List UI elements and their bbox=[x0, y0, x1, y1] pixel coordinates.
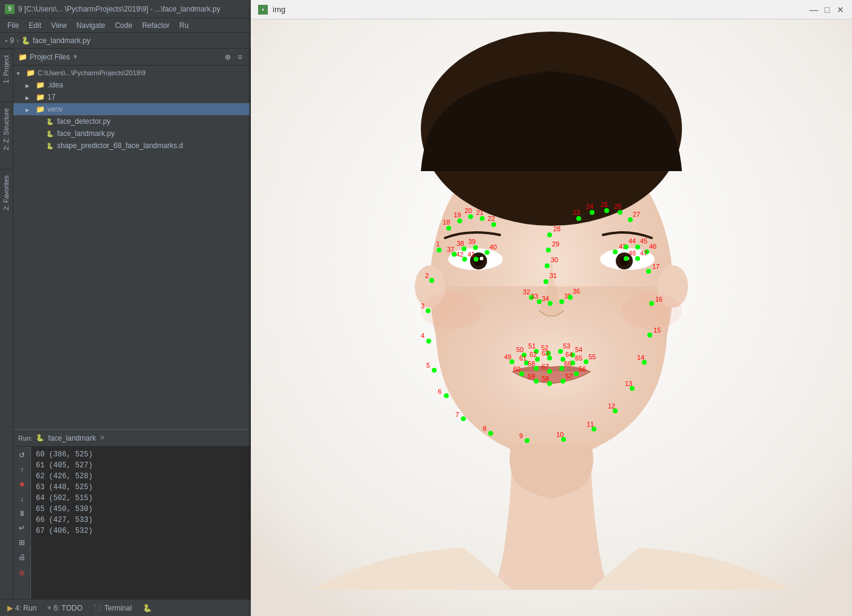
svg-text:22: 22 bbox=[488, 215, 495, 222]
output-line-67: 67 (406, 532) bbox=[36, 526, 245, 536]
output-line-60: 60 (386, 525) bbox=[36, 449, 245, 460]
soft-wrap-btn[interactable]: ↵ bbox=[16, 522, 28, 534]
svg-text:15: 15 bbox=[653, 327, 661, 334]
svg-text:27: 27 bbox=[633, 211, 640, 218]
svg-text:16: 16 bbox=[655, 296, 663, 303]
menu-edit[interactable]: Edit bbox=[24, 20, 46, 31]
menu-view[interactable]: View bbox=[46, 20, 72, 31]
tab-terminal[interactable]: ⬛ Terminal bbox=[89, 601, 137, 615]
sidebar-tab-structure[interactable]: 2: Z: Structure bbox=[0, 101, 13, 157]
svg-text:14: 14 bbox=[637, 354, 644, 361]
img-window: ▪ img — □ ✕ bbox=[251, 0, 852, 616]
tree-face-landmark[interactable]: 🐍 face_landmark.py bbox=[13, 127, 250, 140]
svg-point-53 bbox=[468, 214, 473, 219]
svg-text:44: 44 bbox=[629, 237, 636, 245]
svg-point-55 bbox=[480, 216, 485, 221]
tree-idea[interactable]: 📁 .idea bbox=[13, 79, 250, 91]
svg-text:33: 33 bbox=[531, 293, 538, 300]
svg-text:17: 17 bbox=[652, 263, 659, 270]
svg-text:9: 9 bbox=[519, 432, 523, 439]
svg-point-103 bbox=[635, 245, 640, 249]
svg-text:23: 23 bbox=[573, 209, 580, 216]
python-icon: 🐍 bbox=[143, 604, 152, 612]
scroll-up-btn[interactable]: ↑ bbox=[16, 464, 28, 476]
svg-text:8: 8 bbox=[483, 425, 486, 432]
svg-point-51 bbox=[457, 218, 462, 223]
menu-run[interactable]: Ru bbox=[174, 20, 193, 31]
face-detector-label: face_detector.py bbox=[57, 117, 111, 126]
clear-btn[interactable]: ⊗ bbox=[16, 567, 28, 579]
menu-file[interactable]: File bbox=[2, 20, 24, 31]
svg-text:18: 18 bbox=[443, 218, 450, 226]
svg-text:25: 25 bbox=[601, 201, 608, 208]
svg-text:53: 53 bbox=[563, 342, 570, 350]
svg-point-19 bbox=[426, 308, 431, 313]
pause-btn[interactable]: ⏸ bbox=[16, 507, 28, 520]
svg-text:29: 29 bbox=[552, 240, 559, 248]
img-window-controls: — □ ✕ bbox=[809, 5, 845, 14]
svg-point-145 bbox=[559, 366, 564, 371]
svg-text:11: 11 bbox=[587, 421, 594, 428]
svg-text:48: 48 bbox=[629, 249, 636, 257]
img-window-titlebar: ▪ img — □ ✕ bbox=[251, 0, 852, 19]
menu-refactor[interactable]: Refactor bbox=[137, 20, 174, 31]
add-icon[interactable]: ⊕ bbox=[223, 52, 233, 62]
project-panel-header-left: 📁 Project Files ▼ bbox=[18, 53, 78, 61]
tree-shape-predictor[interactable]: 🐍 shape_predictor_68_face_landmarks.d bbox=[13, 140, 250, 152]
tree-root[interactable]: 📁 C:\Users\...\PycharmProjects\2019\9 bbox=[13, 67, 250, 79]
svg-text:63: 63 bbox=[542, 350, 549, 357]
project-panel: 📁 Project Files ▼ ⊕ ≡ 📁 C:\Users\...\Pyc… bbox=[13, 49, 250, 599]
svg-text:31: 31 bbox=[550, 272, 557, 279]
scroll-down-btn[interactable]: ↓ bbox=[16, 493, 28, 505]
face-svg: 1 2 3 4 5 6 7 8 9 10 bbox=[251, 19, 852, 616]
breadcrumb-9[interactable]: 9 bbox=[10, 36, 14, 45]
run-tab-close[interactable]: ✕ bbox=[100, 434, 105, 442]
svg-text:7: 7 bbox=[455, 411, 459, 418]
tree-venv[interactable]: 📁 venv bbox=[13, 103, 250, 115]
svg-point-15 bbox=[437, 248, 441, 252]
svg-text:55: 55 bbox=[588, 353, 596, 360]
img-window-title: img bbox=[273, 5, 285, 14]
settings-icon[interactable]: ≡ bbox=[235, 52, 245, 62]
print-btn[interactable]: 🖨 bbox=[16, 551, 28, 563]
stop-btn[interactable]: ■ bbox=[16, 478, 28, 490]
svg-text:49: 49 bbox=[504, 353, 511, 360]
run-panel-header: Run: 🐍 face_landmark ✕ bbox=[13, 430, 250, 447]
svg-point-65 bbox=[618, 210, 622, 215]
breadcrumb-file[interactable]: face_landmark.py bbox=[33, 36, 90, 45]
project-panel-header: 📁 Project Files ▼ ⊕ ≡ bbox=[13, 49, 250, 66]
svg-point-27 bbox=[461, 416, 466, 421]
tree-17[interactable]: 📁 17 bbox=[13, 91, 250, 103]
svg-text:13: 13 bbox=[625, 380, 632, 387]
minimize-btn[interactable]: — bbox=[809, 5, 818, 14]
svg-point-127 bbox=[561, 379, 565, 384]
svg-text:28: 28 bbox=[553, 225, 561, 232]
svg-point-14 bbox=[621, 293, 682, 329]
sidebar-tab-favorites[interactable]: 2: Favorites bbox=[0, 169, 13, 216]
run-tab-label[interactable]: face_landmark bbox=[48, 434, 96, 442]
rerun-btn[interactable]: ↺ bbox=[16, 449, 28, 461]
run-output: 60 (386, 525) 61 (405, 527) 62 (426, 528… bbox=[31, 447, 250, 599]
output-line-62: 62 (426, 528) bbox=[36, 471, 245, 482]
svg-text:54: 54 bbox=[575, 346, 582, 353]
svg-text:62: 62 bbox=[530, 351, 537, 358]
svg-point-57 bbox=[491, 222, 496, 227]
menu-code[interactable]: Code bbox=[110, 20, 137, 31]
svg-text:47: 47 bbox=[640, 249, 647, 257]
svg-text:6: 6 bbox=[438, 388, 441, 395]
tab-run[interactable]: ▶ 4: Run bbox=[2, 601, 41, 615]
svg-text:51: 51 bbox=[528, 342, 536, 350]
tab-todo[interactable]: ≡ 6: TODO bbox=[43, 601, 87, 615]
tab-python[interactable]: 🐍 bbox=[138, 601, 157, 615]
svg-text:59: 59 bbox=[528, 373, 535, 380]
sidebar-tab-project[interactable]: 1: Project bbox=[0, 49, 13, 89]
face-image-area: 1 2 3 4 5 6 7 8 9 10 bbox=[251, 19, 852, 616]
menu-navigate[interactable]: Navigate bbox=[72, 20, 110, 31]
svg-point-61 bbox=[590, 210, 595, 215]
close-btn[interactable]: ✕ bbox=[836, 5, 845, 14]
svg-text:34: 34 bbox=[542, 295, 549, 302]
face-landmark-label: face_landmark.py bbox=[57, 129, 115, 138]
pin-btn[interactable]: ⊞ bbox=[16, 536, 28, 549]
maximize-btn[interactable]: □ bbox=[823, 5, 831, 14]
tree-face-detector[interactable]: 🐍 face_detector.py bbox=[13, 115, 250, 127]
